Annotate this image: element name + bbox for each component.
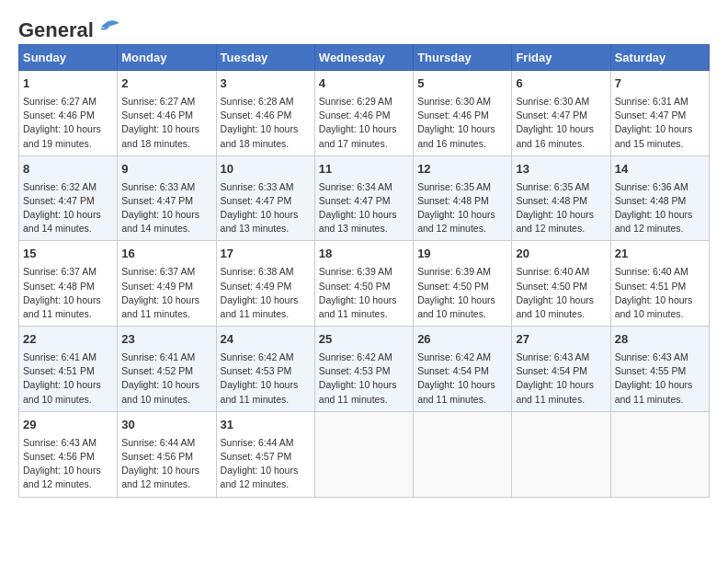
table-cell: 13Sunrise: 6:35 AMSunset: 4:48 PMDayligh… [512, 155, 610, 241]
header-tuesday: Tuesday [216, 45, 314, 71]
day-number: 6 [516, 75, 606, 93]
sunrise-text: Sunrise: 6:35 AM [417, 181, 491, 192]
sunrise-text: Sunrise: 6:33 AM [121, 181, 195, 192]
sunrise-text: Sunrise: 6:39 AM [417, 266, 491, 277]
day-number: 9 [121, 161, 211, 178]
sunset-text: Sunset: 4:47 PM [221, 195, 292, 206]
header-friday: Friday [512, 45, 610, 71]
table-cell: 12Sunrise: 6:35 AMSunset: 4:48 PMDayligh… [414, 155, 512, 241]
sunset-text: Sunset: 4:47 PM [319, 195, 391, 206]
sunset-text: Sunset: 4:48 PM [615, 195, 687, 206]
day-number: 25 [319, 331, 409, 349]
sunrise-text: Sunrise: 6:41 AM [121, 351, 195, 362]
sunrise-text: Sunrise: 6:42 AM [319, 351, 392, 362]
sunset-text: Sunset: 4:51 PM [615, 281, 687, 292]
table-cell: 24Sunrise: 6:42 AMSunset: 4:53 PMDayligh… [216, 327, 314, 412]
sunset-text: Sunset: 4:46 PM [23, 109, 95, 121]
daylight-text: Daylight: 10 hours and 19 minutes. [23, 123, 101, 148]
sunset-text: Sunset: 4:50 PM [319, 281, 391, 292]
table-cell: 20Sunrise: 6:40 AMSunset: 4:50 PMDayligh… [512, 241, 610, 327]
day-number: 31 [221, 417, 311, 434]
sunset-text: Sunset: 4:47 PM [516, 109, 587, 121]
day-number: 8 [23, 161, 113, 178]
sunset-text: Sunset: 4:54 PM [516, 365, 587, 376]
daylight-text: Daylight: 10 hours and 12 minutes. [221, 465, 299, 489]
sunrise-text: Sunrise: 6:29 AM [319, 96, 392, 107]
daylight-text: Daylight: 10 hours and 11 minutes. [319, 379, 397, 404]
sunrise-text: Sunrise: 6:37 AM [121, 266, 195, 277]
day-number: 5 [417, 75, 507, 93]
sunrise-text: Sunrise: 6:38 AM [221, 266, 294, 277]
table-cell: 5Sunrise: 6:30 AMSunset: 4:46 PMDaylight… [414, 71, 512, 156]
table-cell: 31Sunrise: 6:44 AMSunset: 4:57 PMDayligh… [216, 411, 314, 497]
day-number: 28 [615, 331, 705, 349]
sunset-text: Sunset: 4:50 PM [417, 281, 489, 292]
day-number: 17 [221, 246, 311, 263]
table-cell [610, 411, 709, 497]
daylight-text: Daylight: 10 hours and 13 minutes. [319, 209, 397, 234]
table-cell: 17Sunrise: 6:38 AMSunset: 4:49 PMDayligh… [216, 241, 314, 327]
day-number: 10 [221, 161, 311, 178]
day-number: 22 [23, 331, 113, 349]
logo-general: General [18, 18, 94, 42]
sunrise-text: Sunrise: 6:30 AM [516, 96, 589, 107]
sunset-text: Sunset: 4:46 PM [319, 109, 391, 121]
daylight-text: Daylight: 10 hours and 14 minutes. [23, 209, 101, 234]
daylight-text: Daylight: 10 hours and 15 minutes. [615, 123, 693, 148]
daylight-text: Daylight: 10 hours and 11 minutes. [23, 294, 101, 319]
sunset-text: Sunset: 4:53 PM [221, 365, 292, 376]
sunrise-text: Sunrise: 6:40 AM [516, 266, 589, 277]
sunrise-text: Sunrise: 6:35 AM [516, 181, 589, 192]
sunrise-text: Sunrise: 6:27 AM [121, 96, 195, 107]
sunrise-text: Sunrise: 6:41 AM [23, 351, 97, 362]
daylight-text: Daylight: 10 hours and 12 minutes. [615, 209, 693, 234]
day-number: 20 [516, 246, 606, 263]
sunrise-text: Sunrise: 6:37 AM [23, 266, 97, 277]
header-sunday: Sunday [19, 45, 118, 71]
daylight-text: Daylight: 10 hours and 13 minutes. [221, 209, 299, 234]
sunrise-text: Sunrise: 6:39 AM [319, 266, 392, 277]
day-number: 18 [319, 246, 409, 263]
day-number: 3 [221, 75, 311, 93]
daylight-text: Daylight: 10 hours and 16 minutes. [516, 123, 594, 148]
logo-bird-icon [96, 19, 121, 38]
table-cell: 18Sunrise: 6:39 AMSunset: 4:50 PMDayligh… [314, 241, 413, 327]
sunrise-text: Sunrise: 6:43 AM [516, 351, 589, 362]
sunrise-text: Sunrise: 6:43 AM [615, 351, 688, 362]
sunset-text: Sunset: 4:56 PM [121, 451, 193, 462]
day-number: 4 [319, 75, 409, 93]
table-cell: 16Sunrise: 6:37 AMSunset: 4:49 PMDayligh… [118, 241, 216, 327]
daylight-text: Daylight: 10 hours and 11 minutes. [516, 379, 594, 404]
sunrise-text: Sunrise: 6:31 AM [615, 96, 688, 107]
header-monday: Monday [118, 45, 216, 71]
sunset-text: Sunset: 4:56 PM [23, 451, 95, 462]
day-number: 30 [121, 417, 211, 434]
calendar-body: 1Sunrise: 6:27 AMSunset: 4:46 PMDaylight… [19, 71, 710, 498]
table-cell: 25Sunrise: 6:42 AMSunset: 4:53 PMDayligh… [314, 327, 413, 412]
sunrise-text: Sunrise: 6:43 AM [23, 437, 97, 448]
sunrise-text: Sunrise: 6:44 AM [121, 437, 195, 448]
table-cell: 23Sunrise: 6:41 AMSunset: 4:52 PMDayligh… [118, 327, 216, 412]
table-cell [414, 411, 512, 497]
table-cell: 1Sunrise: 6:27 AMSunset: 4:46 PMDaylight… [19, 71, 118, 156]
table-cell: 15Sunrise: 6:37 AMSunset: 4:48 PMDayligh… [19, 241, 118, 327]
sunset-text: Sunset: 4:48 PM [23, 281, 95, 292]
daylight-text: Daylight: 10 hours and 12 minutes. [23, 465, 101, 489]
daylight-text: Daylight: 10 hours and 11 minutes. [319, 294, 397, 319]
sunset-text: Sunset: 4:50 PM [516, 281, 587, 292]
daylight-text: Daylight: 10 hours and 18 minutes. [221, 123, 299, 148]
daylight-text: Daylight: 10 hours and 10 minutes. [516, 294, 594, 319]
day-number: 1 [23, 75, 113, 93]
day-number: 19 [417, 246, 507, 263]
daylight-text: Daylight: 10 hours and 10 minutes. [121, 379, 199, 404]
sunset-text: Sunset: 4:48 PM [516, 195, 587, 206]
table-cell: 14Sunrise: 6:36 AMSunset: 4:48 PMDayligh… [610, 155, 709, 241]
day-number: 12 [417, 161, 507, 178]
table-cell: 8Sunrise: 6:32 AMSunset: 4:47 PMDaylight… [19, 155, 118, 241]
sunset-text: Sunset: 4:54 PM [417, 365, 489, 376]
table-cell: 10Sunrise: 6:33 AMSunset: 4:47 PMDayligh… [216, 155, 314, 241]
sunrise-text: Sunrise: 6:34 AM [319, 181, 392, 192]
day-number: 16 [121, 246, 211, 263]
day-number: 13 [516, 161, 606, 178]
daylight-text: Daylight: 10 hours and 11 minutes. [417, 379, 495, 404]
